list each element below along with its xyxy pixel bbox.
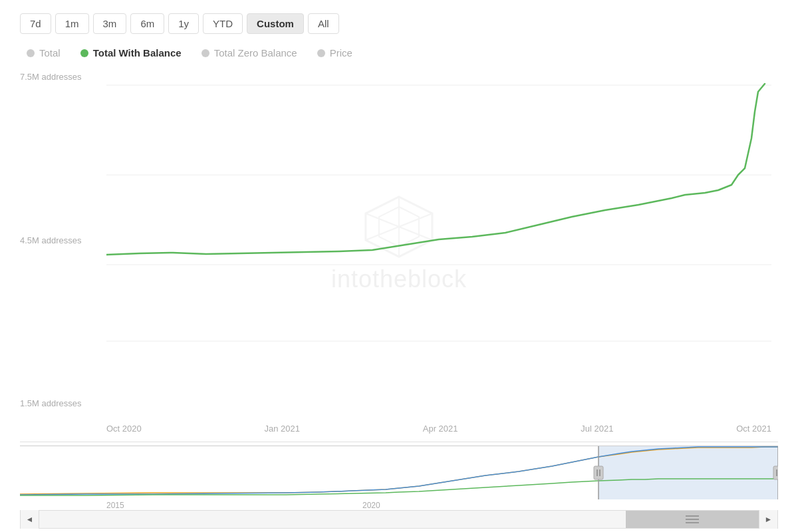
legend-price[interactable]: Price	[317, 47, 352, 59]
scroll-track	[39, 511, 759, 528]
svg-rect-16	[594, 466, 603, 479]
mini-chart-svg	[20, 446, 778, 499]
svg-rect-13	[598, 446, 778, 499]
filter-custom[interactable]: Custom	[247, 13, 304, 34]
legend-total-label: Total	[39, 47, 61, 59]
x-label-apr2021: Apr 2021	[423, 424, 458, 434]
y-label-mid: 4.5M addresses	[20, 235, 106, 245]
filter-all[interactable]: All	[308, 13, 339, 34]
grip-line-2	[686, 519, 699, 520]
filter-3m[interactable]: 3m	[93, 13, 127, 34]
filter-7d[interactable]: 7d	[20, 13, 51, 34]
time-filter-bar: 7d 1m 3m 6m 1y YTD Custom All	[20, 13, 778, 34]
scrollbar[interactable]: ◄ ►	[20, 510, 778, 529]
legend-price-dot	[317, 49, 325, 57]
filter-1y[interactable]: 1y	[168, 13, 199, 34]
scroll-grip	[686, 515, 699, 523]
scroll-left-btn[interactable]: ◄	[21, 510, 39, 529]
mini-x-label-2015: 2015	[106, 501, 124, 510]
y-label-bot: 1.5M addresses	[20, 398, 106, 408]
legend-price-label: Price	[330, 47, 352, 59]
legend-total-with-balance-dot	[80, 49, 88, 57]
svg-rect-19	[773, 466, 778, 479]
filter-ytd[interactable]: YTD	[203, 13, 243, 34]
legend-total[interactable]: Total	[27, 47, 61, 59]
main-chart: 7.5M addresses 4.5M addresses 1.5M addre…	[20, 65, 778, 442]
grip-line-1	[686, 515, 699, 517]
x-label-jul2021: Jul 2021	[581, 424, 613, 434]
legend-total-zero-balance-dot	[201, 49, 209, 57]
y-axis: 7.5M addresses 4.5M addresses 1.5M addre…	[20, 65, 106, 415]
chart-wrapper: 7.5M addresses 4.5M addresses 1.5M addre…	[20, 65, 778, 525]
chart-legend: Total Total With Balance Total Zero Bala…	[20, 47, 778, 59]
mini-chart[interactable]: 2015 2020 ◄ ►	[20, 446, 778, 525]
legend-total-zero-balance-label: Total Zero Balance	[214, 47, 297, 59]
scroll-thumb[interactable]	[626, 511, 759, 528]
y-label-top: 7.5M addresses	[20, 72, 106, 82]
legend-total-with-balance[interactable]: Total With Balance	[80, 47, 182, 59]
main-chart-svg	[106, 65, 771, 364]
grip-line-3	[686, 522, 699, 523]
mini-x-label-2020: 2020	[362, 501, 380, 510]
legend-total-with-balance-label: Total With Balance	[93, 47, 182, 59]
scroll-right-btn[interactable]: ►	[759, 510, 777, 529]
x-axis: Oct 2020 Jan 2021 Apr 2021 Jul 2021 Oct …	[106, 415, 771, 442]
main-container: 7d 1m 3m 6m 1y YTD Custom All Total Tota…	[0, 0, 798, 532]
x-label-jan2021: Jan 2021	[265, 424, 301, 434]
legend-total-dot	[27, 49, 35, 57]
x-label-oct2021: Oct 2021	[736, 424, 771, 434]
filter-6m[interactable]: 6m	[130, 13, 164, 34]
filter-1m[interactable]: 1m	[55, 13, 89, 34]
x-label-oct2020: Oct 2020	[106, 424, 142, 434]
legend-total-zero-balance[interactable]: Total Zero Balance	[201, 47, 297, 59]
